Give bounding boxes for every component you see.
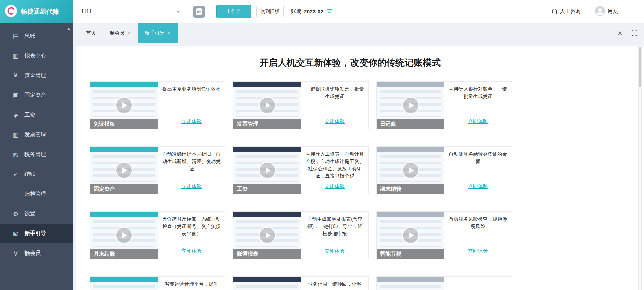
experience-link[interactable]: 立即体验 xyxy=(468,118,488,125)
salary-icon: ◈ xyxy=(12,112,19,119)
card-description: 智能运营管理平台，提升 xyxy=(165,281,218,288)
sidebar-item-settings[interactable]: ⚙ 设置 xyxy=(0,204,73,224)
thumbnail-screenshot xyxy=(233,277,301,290)
video-thumbnail[interactable]: 期末结转 xyxy=(377,147,444,194)
content-panel: 开启人机交互新体验，改变你的传统记账模式 凭证模板 提高重复业务填制凭证效率 立… xyxy=(76,46,644,290)
member-icon: Ⅴ xyxy=(12,250,19,257)
calendar-icon[interactable] xyxy=(326,8,333,15)
video-thumbnail[interactable]: 工资 xyxy=(233,147,301,194)
sidebar-menu: ▤ 总账 ▦ 报表中心 ¥ 资金管理 ▣ 固定资产 ◈ 工资 ▥ 发票管理 ▨ … xyxy=(0,26,73,263)
account-select[interactable]: 1111 ▾ xyxy=(81,9,181,15)
old-version-button[interactable]: 切到旧版 xyxy=(256,6,284,17)
thumbnail-title: 发票管理 xyxy=(233,119,301,129)
play-icon xyxy=(259,97,276,114)
experience-link[interactable]: 立即体验 xyxy=(468,248,488,255)
thumbnail-title: 月末结账 xyxy=(90,249,158,259)
workbench-button[interactable]: 工作台 xyxy=(216,5,251,18)
play-icon xyxy=(402,97,419,114)
content-scrollbar[interactable] xyxy=(638,46,642,290)
account-value: 1111 xyxy=(81,9,92,15)
header-right: 人工咨询 用友 xyxy=(551,6,644,17)
close-icon[interactable]: × xyxy=(618,29,622,38)
video-thumbnail[interactable]: 账簿报表 xyxy=(233,212,301,259)
card-description: 自动测算各结转类凭证的金额 xyxy=(448,151,507,165)
experience-link[interactable]: 立即体验 xyxy=(325,183,345,190)
video-thumbnail[interactable] xyxy=(377,277,444,290)
tab-beginner-guide[interactable]: 新手引导 × xyxy=(138,23,178,43)
report-chart-icon: ▦ xyxy=(12,52,19,60)
video-thumbnail[interactable]: 凭证模板 xyxy=(90,82,158,129)
fullscreen-icon[interactable] xyxy=(632,30,637,36)
thumbnail-title: 智能节税 xyxy=(377,249,444,259)
sidebar-item-report-center[interactable]: ▦ 报表中心 xyxy=(0,46,73,66)
thumbnail-screenshot xyxy=(377,277,444,290)
sidebar-item-invoice-management[interactable]: ▥ 发票管理 xyxy=(0,125,73,145)
feature-card-payroll: 工资 直接导入工资表，自动计算个税，自动生成计提工资、社保公积金、发放工资凭证，… xyxy=(233,146,369,194)
video-thumbnail[interactable] xyxy=(90,277,158,290)
play-icon xyxy=(402,162,419,179)
play-icon xyxy=(115,162,133,179)
feature-card-month-end-closing: 月末结账 允许跨月反结账，系统自动检查（凭证断号、资产负债表平衡） 立即体验 xyxy=(90,211,225,259)
brand-name: 畅捷通易代账 xyxy=(21,7,59,16)
card-description: 自动生成账簿及报表(含季报)，一键打印、导出，轻松处理申报 xyxy=(305,216,364,237)
feature-card-partial-3: 立即体验 xyxy=(376,276,512,290)
cards-grid: 凭证模板 提高重复业务填制凭证效率 立即体验 发票管理 一键提取进销项发票，批量… xyxy=(90,81,512,290)
tab-home[interactable]: 首页 xyxy=(79,23,103,43)
experience-link[interactable]: 立即体验 xyxy=(181,248,202,255)
thumbnail-title: 账簿报表 xyxy=(233,249,301,259)
experience-link[interactable]: 立即体验 xyxy=(181,118,202,125)
sidebar-item-fixed-assets[interactable]: ▣ 固定资产 xyxy=(0,85,73,105)
play-icon xyxy=(402,227,419,244)
brand-area: 畅捷通易代账 xyxy=(0,0,73,23)
header: 1111 ▾ 工作台 切到旧版 账期 2023-02 xyxy=(73,0,644,23)
avatar xyxy=(595,6,605,17)
card-description: 直接导入工资表，自动计算个税，自动生成计提工资、社保公积金、发放工资凭证，直接申… xyxy=(305,151,364,180)
thumbnail-screenshot xyxy=(90,277,158,290)
thumbnail-title: 凭证模板 xyxy=(90,119,158,129)
sidebar-item-archive-management[interactable]: ≡ 归档管理 xyxy=(0,184,73,204)
ledger-icon: ▤ xyxy=(12,32,19,40)
headset-icon xyxy=(551,8,558,15)
tab-actions: × xyxy=(618,23,644,43)
feature-card-operations-platform: 智能运营管理平台，提升 立即体验 xyxy=(90,276,225,290)
feature-card-books-reports: 账簿报表 自动生成账簿及报表(含季报)，一键打印、导出，轻松处理申报 立即体验 xyxy=(233,211,369,259)
card-description: 直接导入银行对账单，一键批量生成凭证 xyxy=(448,86,507,100)
period-value[interactable]: 2023-02 xyxy=(304,9,324,14)
experience-link[interactable]: 立即体验 xyxy=(325,118,345,125)
memo-icon[interactable] xyxy=(193,6,205,18)
accounting-period: 账期 2023-02 xyxy=(291,8,333,15)
video-thumbnail[interactable]: 发票管理 xyxy=(233,82,301,129)
video-thumbnail[interactable] xyxy=(233,277,301,290)
play-icon xyxy=(115,97,133,114)
card-description: 自动准确计提本月折旧、自动生成新增、清理、变动凭证 xyxy=(162,151,221,172)
sidebar-item-payroll[interactable]: ◈ 工资 xyxy=(0,105,73,125)
sidebar-item-fund-management[interactable]: ¥ 资金管理 xyxy=(0,66,73,85)
sidebar-item-beginner-guide[interactable]: ▧ 新手引导 xyxy=(0,224,73,243)
video-thumbnail[interactable]: 日记账 xyxy=(377,82,444,129)
thumbnail-title: 期末结转 xyxy=(377,184,444,194)
feature-card-smart-tax-saving: 智能节税 首页税务风险检查，规避涉税风险 立即体验 xyxy=(376,211,512,259)
experience-link[interactable]: 立即体验 xyxy=(468,183,488,190)
scrollbar-thumb[interactable] xyxy=(639,47,641,87)
tab-bar: 首页 畅会员 × 新手引导 × × xyxy=(73,23,644,43)
tab-close-icon[interactable]: × xyxy=(128,30,131,36)
sidebar-item-general-ledger[interactable]: ▤ 总账 xyxy=(0,26,73,46)
user-menu[interactable]: 用友 xyxy=(595,6,618,17)
scroll-up-arrow-icon[interactable] xyxy=(67,26,70,30)
sidebar-item-tax-management[interactable]: ▨ 税务管理 xyxy=(0,145,73,164)
play-icon xyxy=(259,162,276,179)
video-thumbnail[interactable]: 月末结账 xyxy=(90,212,158,259)
sidebar: ▤ 总账 ▦ 报表中心 ¥ 资金管理 ▣ 固定资产 ◈ 工资 ▥ 发票管理 ▨ … xyxy=(0,23,73,290)
experience-link[interactable]: 立即体验 xyxy=(325,248,345,255)
support-link[interactable]: 人工咨询 xyxy=(551,8,580,15)
sidebar-item-member[interactable]: Ⅴ 畅会员 xyxy=(0,243,73,263)
video-thumbnail[interactable]: 智能节税 xyxy=(377,212,444,259)
tab-close-icon[interactable]: × xyxy=(168,30,171,36)
experience-link[interactable]: 立即体验 xyxy=(181,183,202,190)
sidebar-item-closing[interactable]: ✓ 结账 xyxy=(0,164,73,184)
tabs: 首页 畅会员 × 新手引导 × xyxy=(79,23,178,43)
period-label: 账期 xyxy=(291,8,301,15)
tab-member[interactable]: 畅会员 × xyxy=(103,23,138,43)
settings-gear-icon: ⚙ xyxy=(12,210,19,218)
video-thumbnail[interactable]: 固定资产 xyxy=(90,147,158,194)
